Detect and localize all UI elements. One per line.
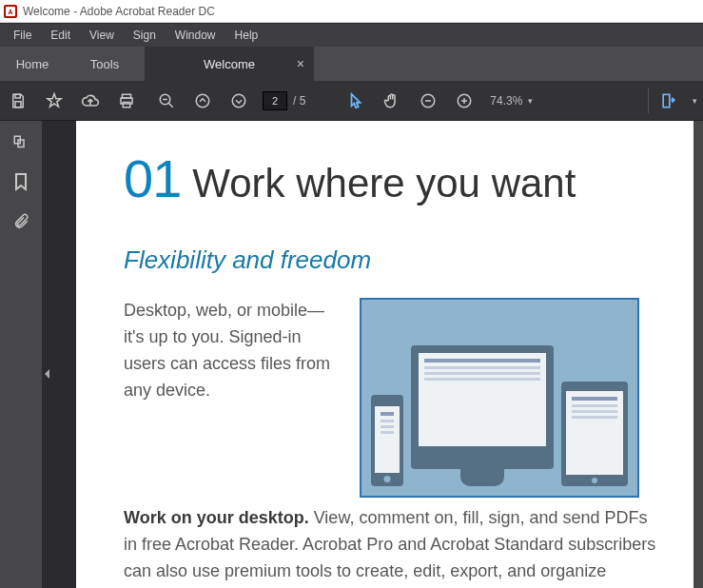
menu-view[interactable]: View (82, 26, 122, 45)
svg-point-11 (196, 94, 209, 108)
selection-tool-button[interactable] (338, 81, 374, 121)
zoom-out-toolbar-button[interactable] (410, 81, 446, 121)
arrow-up-circle-icon (192, 90, 213, 111)
save-icon (8, 90, 29, 111)
save-button[interactable] (0, 81, 36, 121)
zoom-out-button[interactable] (148, 81, 185, 121)
svg-rect-18 (663, 94, 670, 107)
collapse-rail-icon[interactable] (44, 368, 51, 380)
zoom-level-label: 74.3% (490, 94, 522, 108)
tab-document-label: Welcome (204, 57, 255, 71)
rail-gutter (42, 121, 76, 588)
body-paragraph-2: Work on your desktop. View, comment on, … (124, 505, 656, 588)
minus-circle-icon (418, 90, 439, 111)
menu-file[interactable]: File (6, 26, 39, 45)
bookmark-icon[interactable] (13, 172, 29, 191)
svg-point-12 (232, 94, 245, 108)
svg-text:A: A (8, 9, 12, 15)
page-subheading: Flexibility and freedom (124, 245, 646, 275)
monitor-graphic (411, 345, 555, 469)
page-number-input[interactable] (263, 91, 287, 110)
zoom-dropdown-button[interactable]: ▾ (528, 96, 533, 106)
phone-graphic (371, 395, 403, 486)
menu-window[interactable]: Window (167, 26, 224, 45)
tab-close-icon[interactable]: × (297, 57, 304, 70)
print-button[interactable] (108, 81, 145, 121)
svg-rect-3 (15, 94, 20, 98)
cloud-button[interactable] (72, 81, 108, 121)
tab-home[interactable]: Home (0, 47, 65, 81)
svg-line-9 (168, 103, 173, 108)
body-2-lead: Work on your desktop. (124, 508, 309, 527)
tablet-graphic (561, 382, 628, 486)
page-total-label: / 5 (293, 94, 305, 108)
cursor-icon (345, 90, 366, 111)
app-icon: A (4, 5, 17, 18)
star-button[interactable] (36, 81, 72, 121)
page-display-button[interactable] (651, 81, 687, 121)
zoom-in-toolbar-button[interactable] (446, 81, 482, 121)
heading-text: Work where you want (192, 161, 576, 206)
toolbar-separator (648, 88, 649, 113)
body-paragraph-1: Desktop, web, or mobile—it's up to you. … (124, 298, 342, 498)
menu-sign[interactable]: Sign (126, 26, 164, 45)
thumbnails-icon[interactable] (12, 134, 29, 151)
tab-tools[interactable]: Tools (65, 47, 145, 81)
attachment-icon[interactable] (12, 212, 29, 231)
menu-edit[interactable]: Edit (43, 26, 78, 45)
devices-illustration (360, 298, 639, 498)
navigation-rail (0, 121, 42, 588)
page-heading: 01 Work where you want (124, 147, 646, 209)
content-area: 01 Work where you want Flexibility and f… (0, 121, 703, 588)
hand-tool-button[interactable] (374, 81, 410, 121)
right-edge (693, 121, 703, 588)
tab-document[interactable]: Welcome × (145, 47, 314, 81)
document-viewport[interactable]: 01 Work where you want Flexibility and f… (76, 121, 693, 588)
page-display-dropdown[interactable]: ▾ (693, 96, 697, 106)
tab-bar: Home Tools Welcome × (0, 47, 703, 81)
page-up-button[interactable] (185, 81, 221, 121)
star-icon (44, 90, 65, 111)
menu-help[interactable]: Help (227, 26, 266, 45)
svg-rect-4 (15, 101, 21, 107)
hand-icon (381, 90, 402, 111)
menubar: File Edit View Sign Window Help (0, 23, 703, 47)
window-title: Welcome - Adobe Acrobat Reader DC (23, 5, 215, 18)
toolbar: / 5 74.3% ▾ ▾ (0, 81, 703, 121)
arrow-down-circle-icon (228, 90, 249, 111)
heading-number: 01 (124, 147, 181, 209)
plus-circle-icon (454, 90, 475, 111)
page-content: 01 Work where you want Flexibility and f… (76, 121, 693, 588)
print-icon (116, 90, 137, 111)
page-down-button[interactable] (221, 81, 257, 121)
window-titlebar: A Welcome - Adobe Acrobat Reader DC (0, 0, 703, 23)
zoom-out-icon (156, 90, 177, 111)
page-fit-icon (658, 90, 679, 111)
cloud-upload-icon (80, 90, 101, 111)
